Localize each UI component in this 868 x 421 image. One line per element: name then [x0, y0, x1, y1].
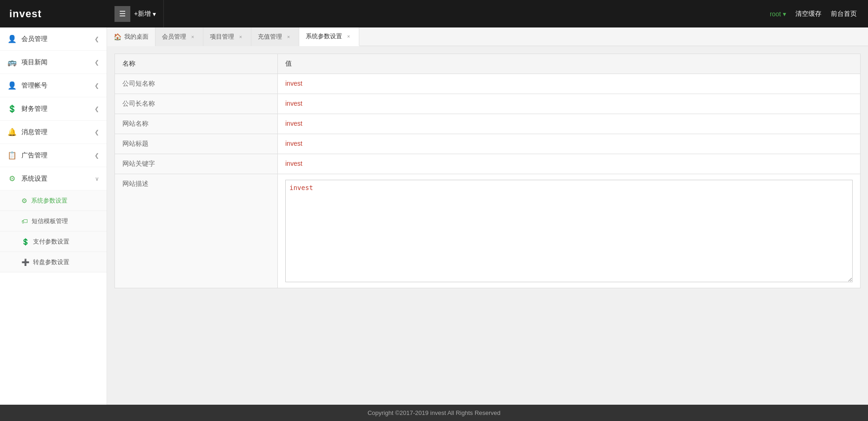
tab-sys-params-label: 系统参数设置	[306, 32, 342, 41]
sidebar-item-pay-params[interactable]: 💲 支付参数设置	[0, 231, 107, 252]
sidebar-submenu-settings: ⚙ 系统参数设置 🏷 短信模板管理 💲 支付参数设置 ➕ 转盘参数设置	[0, 190, 107, 272]
sidebar-item-admin[interactable]: 👤 管理帐号 ❮	[0, 74, 107, 97]
sidebar-item-sys-params[interactable]: ⚙ 系统参数设置	[0, 190, 107, 211]
params-table: 名称 值 公司短名称 invest 公司长名称 invest 网站名称	[114, 54, 861, 288]
sidebar-label-admin: 管理帐号	[21, 81, 47, 90]
clear-cache-button[interactable]: 清空缓存	[795, 10, 821, 18]
tab-member-label: 会员管理	[162, 33, 186, 41]
new-add-arrow-icon: ▾	[153, 10, 156, 18]
header: invest ☰ +新增 ▾ root ▾ 清空缓存 前台首页	[0, 0, 868, 27]
news-icon: 🚌	[7, 58, 17, 67]
menu-toggle-button[interactable]: ☰	[114, 6, 130, 22]
tab-recharge-close[interactable]: ×	[285, 33, 292, 41]
turntable-params-icon: ➕	[21, 258, 29, 266]
sidebar-label-settings: 系统设置	[21, 175, 47, 183]
main-layout: 👤 会员管理 ❮ 🚌 项目新闻 ❮ 👤 管理帐号 ❮ 💲 财务管理	[0, 27, 868, 405]
pay-params-icon: 💲	[21, 238, 29, 245]
root-user-menu[interactable]: root ▾	[770, 10, 786, 18]
sidebar-arrow-admin: ❮	[94, 82, 99, 89]
home-icon: 🏠	[114, 33, 121, 41]
tab-member-close[interactable]: ×	[189, 33, 196, 41]
tab-project[interactable]: 项目管理 ×	[203, 27, 251, 46]
sidebar-arrow-finance: ❮	[94, 106, 99, 112]
tab-desktop-label: 我的桌面	[124, 33, 148, 41]
param-value-4: invest	[278, 154, 861, 174]
main-content: 名称 值 公司短名称 invest 公司长名称 invest 网站名称	[107, 46, 868, 405]
sms-template-icon: 🏷	[21, 217, 28, 225]
tab-member[interactable]: 会员管理 ×	[155, 27, 203, 46]
member-icon: 👤	[7, 34, 17, 44]
sidebar-sub-label-sys-params: 系统参数设置	[31, 197, 67, 205]
settings-icon: ⚙	[7, 174, 17, 183]
sidebar-item-ads[interactable]: 📋 广告管理 ❮	[0, 144, 107, 167]
footer-text: Copyright ©2017-2019 invest All Rights R…	[368, 409, 501, 416]
hamburger-icon: ☰	[119, 9, 126, 18]
sidebar-item-turntable-params[interactable]: ➕ 转盘参数设置	[0, 252, 107, 272]
sidebar-arrow-message: ❮	[94, 129, 99, 136]
message-icon: 🔔	[7, 128, 17, 137]
tab-sys-params[interactable]: 系统参数设置 ×	[299, 27, 359, 46]
sidebar-arrow-member: ❮	[94, 36, 99, 42]
param-value-2: invest	[278, 114, 861, 134]
sidebar-item-member[interactable]: 👤 会员管理 ❮	[0, 27, 107, 51]
ads-icon: 📋	[7, 151, 17, 160]
table-row: 公司短名称 invest	[115, 74, 861, 94]
sidebar-arrow-news: ❮	[94, 59, 99, 66]
sidebar-label-message: 消息管理	[21, 128, 47, 136]
table-row: 网站标题 invest	[115, 134, 861, 154]
tab-recharge[interactable]: 充值管理 ×	[251, 27, 299, 46]
table-row: 网站关键字 invest	[115, 154, 861, 174]
col-header-name: 名称	[115, 54, 278, 74]
sidebar-sub-label-sms-template: 短信模板管理	[32, 217, 68, 225]
sidebar-sub-label-pay-params: 支付参数设置	[33, 238, 69, 246]
tab-project-close[interactable]: ×	[237, 33, 244, 41]
param-value-0: invest	[278, 74, 861, 94]
sidebar-item-settings[interactable]: ⚙ 系统设置 ∨	[0, 167, 107, 190]
sidebar-label-ads: 广告管理	[21, 151, 47, 160]
table-row: 网站名称 invest	[115, 114, 861, 134]
footer: Copyright ©2017-2019 invest All Rights R…	[0, 405, 868, 421]
sidebar-label-member: 会员管理	[21, 35, 47, 43]
header-right: root ▾ 清空缓存 前台首页	[770, 10, 868, 18]
sys-params-icon: ⚙	[21, 197, 27, 204]
param-name-3: 网站标题	[115, 134, 278, 154]
logo: invest	[0, 8, 107, 20]
header-toolbar: ☰ +新增 ▾	[107, 0, 164, 27]
tab-desktop[interactable]: 🏠 我的桌面	[107, 27, 155, 46]
content-area: 🏠 我的桌面 会员管理 × 项目管理 × 充值管理 × 系统参数设置 ×	[107, 27, 868, 405]
sidebar-label-news: 项目新闻	[21, 58, 47, 67]
sidebar-item-sms-template[interactable]: 🏷 短信模板管理	[0, 211, 107, 231]
param-name-1: 公司长名称	[115, 94, 278, 114]
front-page-button[interactable]: 前台首页	[831, 10, 857, 18]
param-name-0: 公司短名称	[115, 74, 278, 94]
tab-project-label: 项目管理	[210, 33, 234, 41]
param-name-4: 网站关键字	[115, 154, 278, 174]
sidebar-arrow-settings: ∨	[95, 176, 99, 182]
col-header-value: 值	[278, 54, 861, 74]
sidebar-item-finance[interactable]: 💲 财务管理 ❮	[0, 97, 107, 121]
param-value-5: invest	[278, 174, 861, 288]
table-row: 网站描述 invest	[115, 174, 861, 288]
root-arrow-icon: ▾	[783, 10, 786, 18]
sidebar-item-news[interactable]: 🚌 项目新闻 ❮	[0, 51, 107, 74]
root-label: root	[770, 10, 781, 18]
tabs-bar: 🏠 我的桌面 会员管理 × 项目管理 × 充值管理 × 系统参数设置 ×	[107, 27, 868, 46]
tab-sys-params-close[interactable]: ×	[345, 33, 352, 40]
admin-icon: 👤	[7, 81, 17, 90]
param-name-2: 网站名称	[115, 114, 278, 134]
sidebar-item-message[interactable]: 🔔 消息管理 ❮	[0, 121, 107, 144]
sidebar-label-finance: 财务管理	[21, 105, 47, 113]
finance-icon: 💲	[7, 104, 17, 114]
param-value-1: invest	[278, 94, 861, 114]
new-add-button[interactable]: +新增 ▾	[134, 10, 156, 18]
sidebar-sub-label-turntable-params: 转盘参数设置	[33, 258, 69, 266]
sidebar: 👤 会员管理 ❮ 🚌 项目新闻 ❮ 👤 管理帐号 ❮ 💲 财务管理	[0, 27, 107, 405]
param-textarea-5[interactable]: invest	[285, 180, 853, 282]
table-row: 公司长名称 invest	[115, 94, 861, 114]
new-add-label: +新增	[134, 10, 151, 18]
sidebar-arrow-ads: ❮	[94, 152, 99, 159]
tab-recharge-label: 充值管理	[258, 33, 282, 41]
param-name-5: 网站描述	[115, 174, 278, 288]
param-value-3: invest	[278, 134, 861, 154]
